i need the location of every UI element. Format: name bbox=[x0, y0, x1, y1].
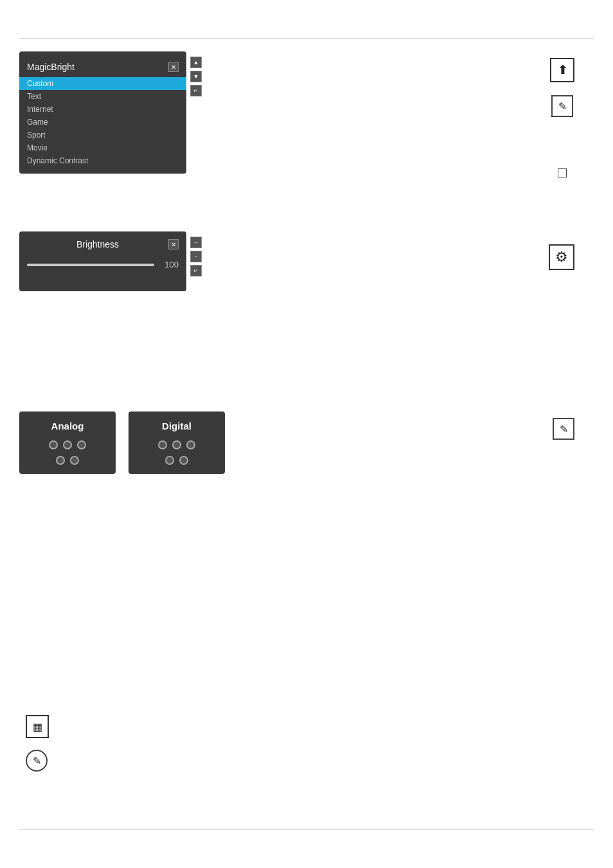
brightness-enter-btn[interactable]: ↵ bbox=[190, 265, 202, 276]
analog-dot bbox=[77, 440, 86, 449]
analog-dots-row-1 bbox=[49, 440, 86, 449]
digital-dot bbox=[172, 440, 181, 449]
brightness-increase-btn[interactable]: ↔ bbox=[190, 237, 202, 248]
brightness-slider-row: 100 bbox=[27, 260, 179, 269]
upload-icon: ⬆ bbox=[558, 63, 567, 77]
magicbright-close-btn[interactable]: ✕ bbox=[168, 62, 179, 72]
small-square-icon bbox=[558, 168, 567, 177]
gear-icon: ⚙ bbox=[555, 249, 568, 266]
magicbright-enter[interactable]: ↵ bbox=[190, 85, 202, 96]
pencil-icon-box: ✎ bbox=[551, 95, 573, 117]
digital-panel: Digital bbox=[129, 411, 225, 474]
list-item[interactable]: Movie bbox=[19, 141, 186, 154]
magicbright-section: MagicBright ✕ Custom Text Internet Game … bbox=[19, 51, 594, 174]
upload-icon-box: ⬆ bbox=[550, 58, 574, 82]
bar-chart-icon-box: ▦ bbox=[26, 715, 49, 738]
analog-panel: Analog bbox=[19, 411, 116, 474]
brightness-slider-fill bbox=[27, 264, 154, 266]
analog-title: Analog bbox=[51, 420, 84, 431]
list-item[interactable]: Dynamic Contrast bbox=[19, 154, 186, 167]
magicbright-scroll-down[interactable]: ▼ bbox=[190, 71, 202, 82]
digital-dot bbox=[186, 440, 195, 449]
brightness-slider-track[interactable] bbox=[27, 264, 154, 266]
magicbright-list: Custom Text Internet Game Sport Movie Dy… bbox=[19, 77, 186, 167]
pencil-right-icon: ✎ bbox=[560, 423, 568, 435]
analog-digital-right-icon: ✎ bbox=[553, 418, 574, 440]
digital-title: Digital bbox=[162, 420, 191, 431]
pencil-right-icon-box: ✎ bbox=[553, 418, 574, 440]
pencil-circle-icon: ✎ bbox=[33, 755, 41, 767]
magicbright-title-row: MagicBright ✕ bbox=[19, 58, 186, 77]
analog-dots-row-2 bbox=[56, 456, 79, 465]
analog-digital-section: Analog Digital bbox=[19, 411, 225, 474]
brightness-title-row: Brightness ✕ bbox=[27, 239, 179, 249]
magicbright-sidebar: ▲ ▼ ↵ bbox=[190, 57, 202, 96]
gear-icon-box: ⚙ bbox=[549, 244, 574, 270]
brightness-value: 100 bbox=[161, 260, 179, 269]
digital-dots-row-1 bbox=[158, 440, 195, 449]
list-item[interactable]: Game bbox=[19, 116, 186, 129]
digital-dot bbox=[158, 440, 167, 449]
magicbright-scroll-up[interactable]: ▲ bbox=[190, 57, 202, 68]
analog-dot bbox=[63, 440, 72, 449]
list-item[interactable]: Text bbox=[19, 90, 186, 103]
top-divider bbox=[19, 39, 594, 39]
list-item[interactable]: Internet bbox=[19, 103, 186, 116]
analog-dot bbox=[70, 456, 79, 465]
brightness-sidebar: ↔ − ↵ bbox=[190, 237, 202, 276]
brightness-close-btn[interactable]: ✕ bbox=[168, 239, 179, 249]
small-square-container bbox=[558, 168, 567, 179]
analog-dot bbox=[49, 440, 58, 449]
brightness-section: Brightness ✕ 100 ↔ − ↵ bbox=[19, 231, 594, 291]
digital-dot bbox=[179, 456, 188, 465]
bottom-icons-section: ▦ ✎ bbox=[26, 715, 49, 772]
bottom-divider bbox=[19, 829, 594, 829]
list-item[interactable]: Custom bbox=[19, 77, 186, 90]
magicbright-right-icons: ⬆ ✎ bbox=[550, 58, 574, 179]
magicbright-panel: MagicBright ✕ Custom Text Internet Game … bbox=[19, 51, 186, 174]
pencil-icon: ✎ bbox=[558, 100, 567, 113]
magicbright-title: MagicBright bbox=[27, 62, 75, 72]
digital-dot bbox=[165, 456, 174, 465]
digital-dots-row-2 bbox=[165, 456, 188, 465]
brightness-decrease-btn[interactable]: − bbox=[190, 251, 202, 262]
brightness-right-icon: ⚙ bbox=[549, 244, 574, 270]
analog-dot bbox=[56, 456, 65, 465]
brightness-title: Brightness bbox=[27, 239, 168, 249]
list-item[interactable]: Sport bbox=[19, 129, 186, 141]
bar-chart-icon: ▦ bbox=[33, 721, 42, 733]
pencil-circle-icon-box: ✎ bbox=[26, 750, 48, 772]
brightness-panel: Brightness ✕ 100 bbox=[19, 231, 186, 291]
